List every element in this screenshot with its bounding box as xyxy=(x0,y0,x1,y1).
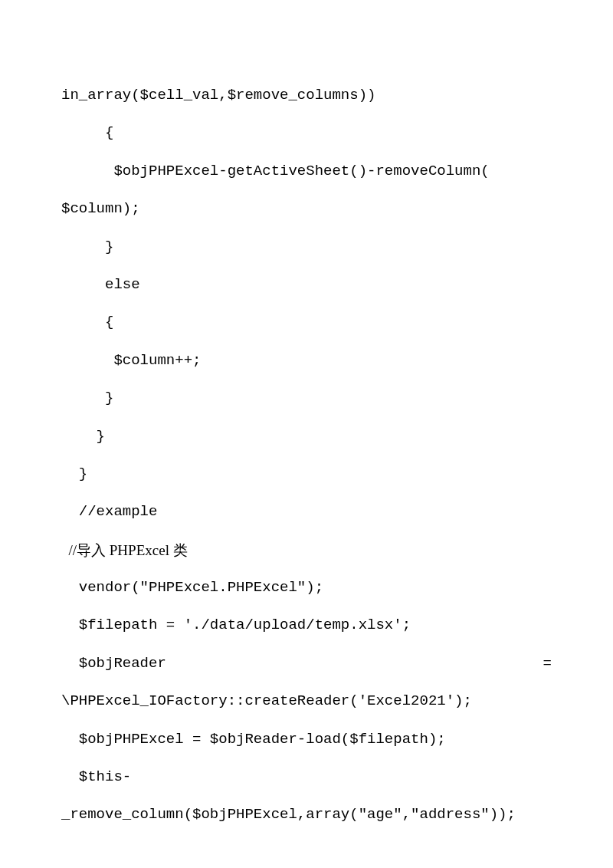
code-line: $filepath = './data/upload/temp.xlsx'; xyxy=(61,607,552,644)
code-line: $objPHPExcel-getActiveSheet()-removeColu… xyxy=(61,153,552,190)
code-line: vendor("PHPExcel.PHPExcel"); xyxy=(61,569,552,607)
code-line: $column++; xyxy=(61,342,552,380)
code-line: $column); xyxy=(61,190,552,228)
code-line: $this- xyxy=(61,758,552,796)
code-comment-cn: //导入 PHPExcel 类 xyxy=(61,531,552,569)
code-line: \PHPExcel_IOFactory::createReader('Excel… xyxy=(61,682,552,720)
code-fragment-right: = xyxy=(543,645,552,682)
code-line: _remove_column($objPHPExcel,array("age",… xyxy=(61,796,552,833)
code-line: else xyxy=(61,266,552,304)
code-line: } xyxy=(61,455,552,493)
code-line: } xyxy=(61,380,552,417)
code-line: } xyxy=(61,418,552,455)
document-page: in_array($cell_val,$remove_columns)) { $… xyxy=(0,0,613,868)
code-line: $objPHPExcel = $objReader-load($filepath… xyxy=(61,721,552,758)
code-line: //example xyxy=(61,493,552,531)
code-line-justified: $objReader = xyxy=(61,645,552,682)
code-line: } xyxy=(61,229,552,266)
code-line: in_array($cell_val,$remove_columns)) xyxy=(61,77,552,114)
blank-line xyxy=(61,834,552,868)
code-fragment-left: $objReader xyxy=(61,645,166,682)
code-line: { xyxy=(61,304,552,341)
code-line: { xyxy=(61,114,552,152)
